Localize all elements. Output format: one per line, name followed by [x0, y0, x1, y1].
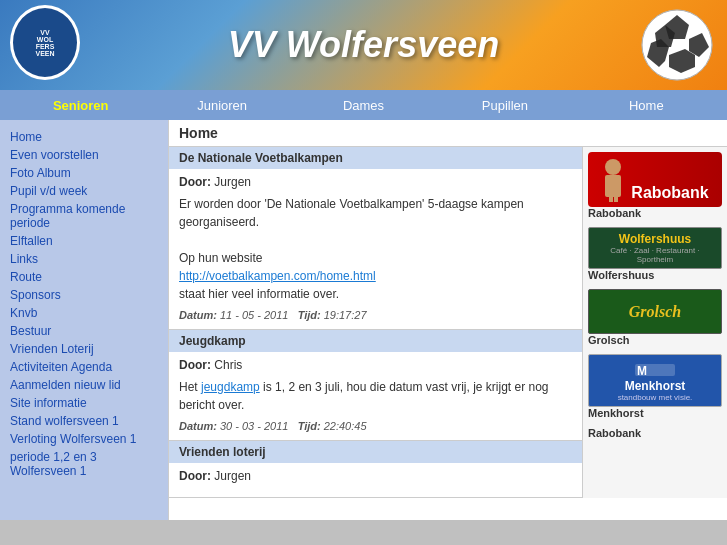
- ad-menkhorst-label: Menkhorst: [588, 407, 722, 419]
- nav-dames[interactable]: Dames: [293, 93, 434, 118]
- grolsch-banner[interactable]: Grolsch: [588, 289, 722, 334]
- article-2: Jeugdkamp Door: Chris Het jeugdkamp is 1…: [169, 330, 582, 441]
- sidebar: Home Even voorstellen Foto Album Pupil v…: [0, 120, 168, 520]
- ads-sidebar: Rabobank Rabobank Wolfershuus Café · Zaa…: [582, 147, 727, 498]
- sidebar-link-loterij[interactable]: Vrienden Loterij: [5, 340, 163, 358]
- sidebar-link-periode[interactable]: periode 1,2 en 3 Wolfersveen 1: [5, 448, 163, 480]
- sidebar-link-stand[interactable]: Stand wolfersveen 1: [5, 412, 163, 430]
- article-2-title: Jeugdkamp: [169, 330, 582, 352]
- page-title: Home: [169, 120, 727, 147]
- sidebar-link-knvb[interactable]: Knvb: [5, 304, 163, 322]
- article-1: De Nationale Voetbalkampen Door: Jurgen …: [169, 147, 582, 330]
- sidebar-link-fotoalbum[interactable]: Foto Album: [5, 164, 163, 182]
- ad-rabobank-label: Rabobank: [588, 207, 722, 219]
- svg-rect-8: [605, 175, 621, 197]
- svg-rect-10: [614, 197, 618, 202]
- sidebar-link-site[interactable]: Site informatie: [5, 394, 163, 412]
- wolfershuus-banner[interactable]: Wolfershuus Café · Zaal · Restaurant · S…: [588, 227, 722, 269]
- sidebar-link-aanmelden[interactable]: Aanmelden nieuw lid: [5, 376, 163, 394]
- article-2-date: Datum: 30 - 03 - 2011 Tijd: 22:40:45: [179, 420, 572, 432]
- articles-list: De Nationale Voetbalkampen Door: Jurgen …: [169, 147, 582, 498]
- ad-rabobank2-label: Rabobank: [588, 427, 722, 439]
- header: VVWOLFERSVEEN VV Wolfersveen: [0, 0, 727, 90]
- ad-grolsch-label: Grolsch: [588, 334, 722, 346]
- ad-wolfershuus: Wolfershuus Café · Zaal · Restaurant · S…: [588, 227, 722, 281]
- site-title: VV Wolfersveen: [228, 24, 499, 66]
- ad-rabobank: Rabobank Rabobank: [588, 152, 722, 219]
- article-3-title: Vrienden loterij: [169, 441, 582, 463]
- article-1-link[interactable]: http://voetbalkampen.com/home.html: [179, 269, 376, 283]
- nav-junioren[interactable]: Junioren: [151, 93, 292, 118]
- nav-senioren[interactable]: Senioren: [10, 93, 151, 118]
- sidebar-link-activiteiten[interactable]: Activiteiten Agenda: [5, 358, 163, 376]
- svg-point-7: [605, 159, 621, 175]
- svg-text:M: M: [637, 364, 647, 378]
- content-area: Home De Nationale Voetbalkampen Door: Ju…: [168, 120, 727, 520]
- svg-rect-9: [609, 197, 613, 202]
- article-1-text: Er worden door 'De Nationale Voetbalkamp…: [179, 195, 572, 303]
- content-inner: De Nationale Voetbalkampen Door: Jurgen …: [169, 147, 727, 498]
- ad-menkhorst: M Menkhorst standbouw met visie. Menkhor…: [588, 354, 722, 419]
- sidebar-link-bestuur[interactable]: Bestuur: [5, 322, 163, 340]
- nav-pupillen[interactable]: Pupillen: [434, 93, 575, 118]
- ad-wolfershuus-label: Wolfershuus: [588, 269, 722, 281]
- navbar: Senioren Junioren Dames Pupillen Home: [0, 90, 727, 120]
- sidebar-link-programma[interactable]: Programma komende periode: [5, 200, 163, 232]
- sidebar-link-pupil[interactable]: Pupil v/d week: [5, 182, 163, 200]
- soccer-ball-icon: [637, 5, 717, 85]
- article-2-highlight[interactable]: jeugdkamp: [201, 380, 260, 394]
- ad-grolsch: Grolsch Grolsch: [588, 289, 722, 346]
- sidebar-link-links[interactable]: Links: [5, 250, 163, 268]
- club-logo: VVWOLFERSVEEN: [10, 5, 80, 80]
- article-1-title: De Nationale Voetbalkampen: [169, 147, 582, 169]
- rabobank-banner[interactable]: Rabobank: [588, 152, 722, 207]
- menkhorst-banner[interactable]: M Menkhorst standbouw met visie.: [588, 354, 722, 407]
- sidebar-link-verloting[interactable]: Verloting Wolfersveen 1: [5, 430, 163, 448]
- sidebar-link-route[interactable]: Route: [5, 268, 163, 286]
- article-3-by: Door: Jurgen: [179, 469, 572, 483]
- article-1-date: Datum: 11 - 05 - 2011 Tijd: 19:17:27: [179, 309, 572, 321]
- sidebar-link-home[interactable]: Home: [5, 128, 163, 146]
- sidebar-link-elftallen[interactable]: Elftallen: [5, 232, 163, 250]
- sidebar-link-voorstellen[interactable]: Even voorstellen: [5, 146, 163, 164]
- main-layout: Home Even voorstellen Foto Album Pupil v…: [0, 120, 727, 520]
- article-1-by: Door: Jurgen: [179, 175, 572, 189]
- article-3: Vrienden loterij Door: Jurgen: [169, 441, 582, 498]
- article-2-by: Door: Chris: [179, 358, 572, 372]
- nav-home[interactable]: Home: [576, 93, 717, 118]
- ad-rabobank-2: Rabobank: [588, 427, 722, 439]
- sidebar-link-sponsors[interactable]: Sponsors: [5, 286, 163, 304]
- article-2-text: Het jeugdkamp is 1, 2 en 3 juli, hou die…: [179, 378, 572, 414]
